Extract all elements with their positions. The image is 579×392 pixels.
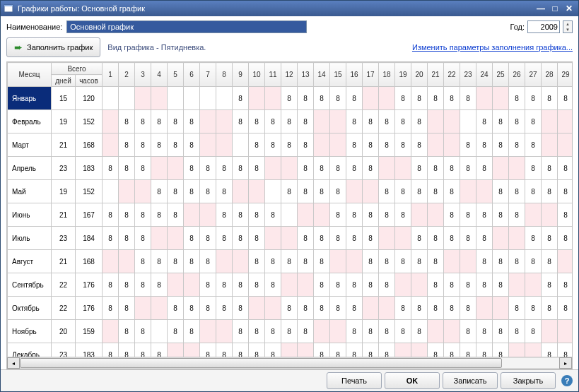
day-cell[interactable]: 8	[168, 203, 184, 227]
day-cell[interactable]	[509, 343, 525, 357]
day-cell[interactable]	[265, 227, 281, 250]
header-day-17[interactable]: 17	[363, 63, 379, 87]
day-cell[interactable]: 8	[379, 273, 395, 297]
day-cell[interactable]	[460, 250, 476, 273]
day-cell[interactable]: 8	[395, 203, 411, 227]
day-cell[interactable]: 8	[135, 157, 151, 180]
day-cell[interactable]: 8	[249, 273, 265, 297]
day-cell[interactable]: 8	[542, 343, 558, 357]
day-cell[interactable]: 8	[184, 157, 200, 180]
day-cell[interactable]: 8	[558, 157, 572, 180]
day-cell[interactable]: 8	[119, 203, 135, 227]
day-cell[interactable]	[476, 87, 493, 110]
hours-cell[interactable]: 168	[76, 133, 103, 157]
day-cell[interactable]	[200, 110, 216, 133]
day-cell[interactable]: 8	[233, 87, 249, 110]
day-cell[interactable]	[363, 297, 379, 320]
day-cell[interactable]: 8	[509, 203, 525, 227]
days-cell[interactable]: 21	[52, 133, 76, 157]
day-cell[interactable]: 8	[428, 157, 444, 180]
day-cell[interactable]: 8	[314, 87, 330, 110]
days-cell[interactable]: 23	[52, 157, 76, 180]
day-cell[interactable]	[509, 157, 525, 180]
day-cell[interactable]: 8	[525, 157, 542, 180]
days-cell[interactable]: 23	[52, 227, 76, 250]
month-cell[interactable]: Сентябрь	[8, 273, 52, 297]
save-button[interactable]: Записать	[443, 372, 498, 389]
day-cell[interactable]: 8	[168, 297, 184, 320]
month-cell[interactable]: Июль	[8, 227, 52, 250]
day-cell[interactable]: 8	[428, 250, 444, 273]
day-cell[interactable]: 8	[346, 297, 363, 320]
day-cell[interactable]: 8	[444, 203, 460, 227]
header-day-23[interactable]: 23	[460, 63, 476, 87]
day-cell[interactable]	[168, 157, 184, 180]
day-cell[interactable]: 8	[151, 203, 168, 227]
day-cell[interactable]: 8	[444, 180, 460, 203]
day-cell[interactable]: 8	[379, 320, 395, 343]
header-day-29[interactable]: 29	[558, 63, 572, 87]
day-cell[interactable]	[151, 297, 168, 320]
day-cell[interactable]	[314, 320, 330, 343]
day-cell[interactable]	[395, 343, 411, 357]
day-cell[interactable]	[379, 297, 395, 320]
day-cell[interactable]: 8	[103, 343, 119, 357]
day-cell[interactable]: 8	[444, 273, 460, 297]
day-cell[interactable]: 8	[460, 203, 476, 227]
day-cell[interactable]: 8	[184, 297, 200, 320]
day-cell[interactable]	[168, 343, 184, 357]
day-cell[interactable]	[103, 180, 119, 203]
day-cell[interactable]: 8	[135, 227, 151, 250]
day-cell[interactable]: 8	[346, 227, 363, 250]
day-cell[interactable]: 8	[363, 273, 379, 297]
day-cell[interactable]: 8	[444, 157, 460, 180]
day-cell[interactable]: 8	[249, 157, 265, 180]
day-cell[interactable]	[298, 203, 314, 227]
day-cell[interactable]: 8	[411, 250, 428, 273]
day-cell[interactable]	[249, 297, 265, 320]
day-cell[interactable]: 8	[476, 343, 493, 357]
print-button[interactable]: Печать	[327, 372, 382, 389]
day-cell[interactable]: 8	[281, 320, 298, 343]
day-cell[interactable]: 8	[281, 250, 298, 273]
hours-cell[interactable]: 168	[76, 250, 103, 273]
hours-cell[interactable]: 184	[76, 227, 103, 250]
day-cell[interactable]: 8	[509, 320, 525, 343]
day-cell[interactable]: 8	[298, 133, 314, 157]
day-cell[interactable]: 8	[363, 133, 379, 157]
month-cell[interactable]: Август	[8, 250, 52, 273]
day-cell[interactable]: 8	[298, 87, 314, 110]
day-cell[interactable]: 8	[363, 110, 379, 133]
day-cell[interactable]: 8	[216, 180, 233, 203]
day-cell[interactable]: 8	[330, 87, 346, 110]
fill-schedule-button[interactable]: ➨ Заполнить график	[6, 37, 100, 57]
days-cell[interactable]: 23	[52, 343, 76, 357]
days-cell[interactable]: 20	[52, 320, 76, 343]
day-cell[interactable]: 8	[330, 297, 346, 320]
day-cell[interactable]: 8	[525, 180, 542, 203]
day-cell[interactable]: 8	[200, 297, 216, 320]
close-window-button[interactable]: ✕	[563, 4, 575, 13]
day-cell[interactable]	[558, 250, 572, 273]
day-cell[interactable]	[411, 273, 428, 297]
day-cell[interactable]: 8	[249, 250, 265, 273]
day-cell[interactable]: 8	[249, 227, 265, 250]
day-cell[interactable]	[103, 133, 119, 157]
day-cell[interactable]: 8	[346, 133, 363, 157]
day-cell[interactable]	[493, 227, 509, 250]
header-day-14[interactable]: 14	[314, 63, 330, 87]
day-cell[interactable]: 8	[509, 133, 525, 157]
month-cell[interactable]: Март	[8, 133, 52, 157]
day-cell[interactable]	[493, 87, 509, 110]
day-cell[interactable]: 8	[525, 297, 542, 320]
day-cell[interactable]	[379, 157, 395, 180]
day-cell[interactable]	[265, 297, 281, 320]
day-cell[interactable]: 8	[233, 227, 249, 250]
day-cell[interactable]	[281, 343, 298, 357]
day-cell[interactable]: 8	[363, 203, 379, 227]
month-cell[interactable]: Апрель	[8, 157, 52, 180]
header-day-16[interactable]: 16	[346, 63, 363, 87]
day-cell[interactable]: 8	[476, 110, 493, 133]
day-cell[interactable]: 8	[509, 180, 525, 203]
day-cell[interactable]: 8	[314, 297, 330, 320]
